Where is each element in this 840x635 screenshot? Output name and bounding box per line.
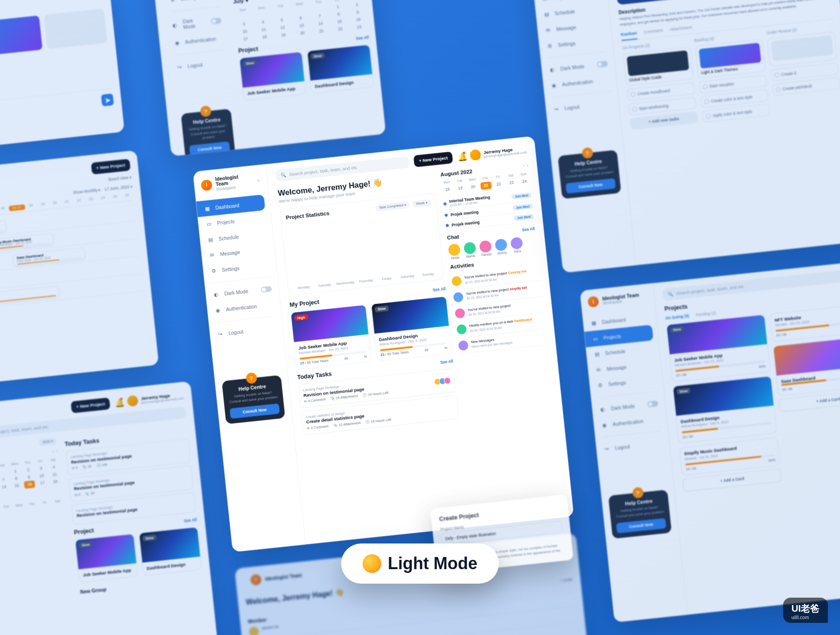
see-all-tasks[interactable]: See All (440, 359, 454, 364)
user-avatar (469, 149, 481, 161)
new-project-btn-2[interactable]: + New Project (70, 397, 110, 413)
priority-badge: High (294, 314, 308, 321)
tab-pending[interactable]: Pending (2) (696, 311, 716, 318)
panel-project-detail: IIdeologist TeamWorkspace ▦Dashboard ▭Pr… (529, 0, 840, 273)
help-icon: ? (200, 106, 211, 117)
proj-tile-2[interactable]: SlowDashboard Design (307, 44, 374, 94)
project-card-1[interactable]: High Job Seeker Mobile App Michael Abrah… (290, 304, 372, 370)
my-project-title: My Project (289, 298, 320, 308)
sun-icon (363, 554, 381, 573)
priority-badge: Slow (375, 305, 389, 312)
help-card: ? Help Centre Getting trouble on Nask? C… (181, 109, 236, 156)
help-cta[interactable]: Consult Now (189, 141, 230, 156)
project-tile[interactable]: SlowJob Seeker Mobile AppMichael Abraham… (666, 314, 770, 382)
chevron-down-icon: ⌄ (256, 176, 260, 182)
help-badge-icon: ? (245, 372, 257, 384)
panel-projects: IIdeologist TeamWorkspace ▦Dashboard ▭Pr… (580, 260, 840, 622)
stats-card: Project Statistics Task Completed ▾ Week… (280, 193, 445, 296)
moon-icon: ◐ (212, 291, 220, 298)
panel-main-dashboard: I Ideologist TeamWorkspace ⌄ ▦Dashboard … (193, 136, 574, 552)
chat-title: Chat (447, 233, 459, 240)
nav-logout-mini[interactable]: ↪Logout (168, 53, 233, 76)
stats-title: Project Statistics (286, 210, 330, 220)
badge-text: Light Mode (388, 554, 477, 573)
prev-month[interactable]: ‹ (523, 163, 525, 168)
light-mode-badge: Light Mode (341, 543, 499, 584)
today-tasks-title: Today Tasks (64, 437, 100, 447)
chat-icon: ✉ (208, 251, 216, 259)
nav-logout[interactable]: ↪Logout (209, 320, 283, 343)
next-month[interactable]: › (526, 162, 528, 168)
project-card-2[interactable]: Slow Dashboard Design Wilma Rodriguez · … (371, 296, 453, 361)
grid-icon: ▦ (203, 205, 211, 212)
tab-kanban[interactable]: Kanban (621, 30, 637, 41)
bar-chart (287, 210, 438, 283)
dark-toggle[interactable] (210, 18, 222, 25)
july-label[interactable]: July ▾ (233, 0, 249, 5)
project-title: Project (74, 527, 94, 536)
today-tasks-title: Today Tasks (297, 370, 332, 381)
consult-button[interactable]: Consult Now (230, 403, 280, 418)
dark-toggle[interactable] (260, 286, 272, 293)
tab-attachment[interactable]: Attachment (669, 25, 693, 36)
new-project-btn[interactable]: + New Project (91, 159, 130, 175)
project-heading: Project (238, 45, 259, 54)
gear-icon: ⚙ (210, 267, 217, 275)
help-card: ? Help Centre Getting trouble on Nask? C… (222, 375, 285, 424)
notifications-button[interactable]: 🔔 (457, 152, 465, 161)
main-content: 🔍Search project, task, team, and etc + N… (266, 136, 574, 544)
view-dropdown[interactable]: Board View ▾ (108, 176, 132, 183)
kanban-card[interactable]: Global Style Guide (623, 47, 693, 86)
thumb-themes (0, 15, 43, 56)
workspace-avatar: I (201, 179, 212, 190)
chat-person[interactable]: Hestia (448, 243, 462, 260)
date-dropdown[interactable]: 17 June, 2022 ▾ (105, 184, 133, 192)
stats-filter-1[interactable]: Task Completed ▾ (375, 201, 410, 212)
proj-mini[interactable]: SlowDashboard Design (139, 527, 202, 576)
logout-icon: ↪ (217, 330, 224, 338)
show-dropdown[interactable]: Show Monthly ▾ (73, 188, 101, 196)
folder-icon: ▭ (205, 220, 212, 227)
stats-filter-2[interactable]: Week ▾ (413, 199, 432, 208)
panel-timeline: + New Project Sort by Newest Project ▾ B… (0, 150, 159, 388)
search-icon: 🔍 (280, 172, 287, 178)
proj-tile-1[interactable]: SlowJob Seeker Mobile App (239, 51, 306, 101)
tab-ongoing[interactable]: On Going (3) (665, 314, 690, 321)
activities-title: Activities (450, 261, 474, 270)
invite-button[interactable]: + Invite (560, 578, 573, 583)
calendar-icon: ▤ (207, 236, 214, 243)
bell-icon[interactable]: 🔔 (114, 398, 123, 407)
comment-input[interactable]: Write comment (0, 99, 98, 122)
panel-settings-cal: ✉Message ⚙Settings ◐Dark Mode ◉Authentic… (152, 0, 386, 156)
events-list: Internal Team Meeting10:00 Am – 11:00 Am… (443, 189, 534, 231)
join-button[interactable]: Join Meet (511, 192, 532, 199)
new-project-button[interactable]: + New Project (413, 151, 453, 167)
shield-icon: ◉ (214, 306, 221, 314)
help-desc: Getting trouble on Nask? Consult and sol… (187, 123, 229, 142)
calendar-month: August 2022 (440, 168, 473, 177)
tab-comment[interactable]: Comment (644, 28, 664, 38)
panel-schedule: + New Project 🔔 Jerremy Hagejerremyhage@… (0, 381, 219, 635)
panel-chat-snippet: Can you do… Thank you so much kaje! ❤️ 4… (0, 0, 125, 153)
proj-mini[interactable]: SlowJob Seeker Mobile App (75, 533, 138, 582)
year-selector[interactable]: 2022 ▾ (39, 437, 57, 446)
see-all[interactable]: See All (356, 35, 369, 40)
send-button[interactable]: ➤ (101, 93, 114, 106)
kanban-board: On Progress (2) Global Style Guide Creat… (622, 24, 840, 134)
user-menu[interactable]: Jerremy Hagejerremyhage@usermail.com (469, 144, 527, 161)
user-chip[interactable]: Jerremy Hagejerremyhage@usermail.com (127, 390, 184, 407)
watermark: UI老爸 uil8.com (783, 598, 828, 623)
see-all-projects[interactable]: See All (433, 287, 446, 292)
thumb-blank (44, 9, 107, 49)
